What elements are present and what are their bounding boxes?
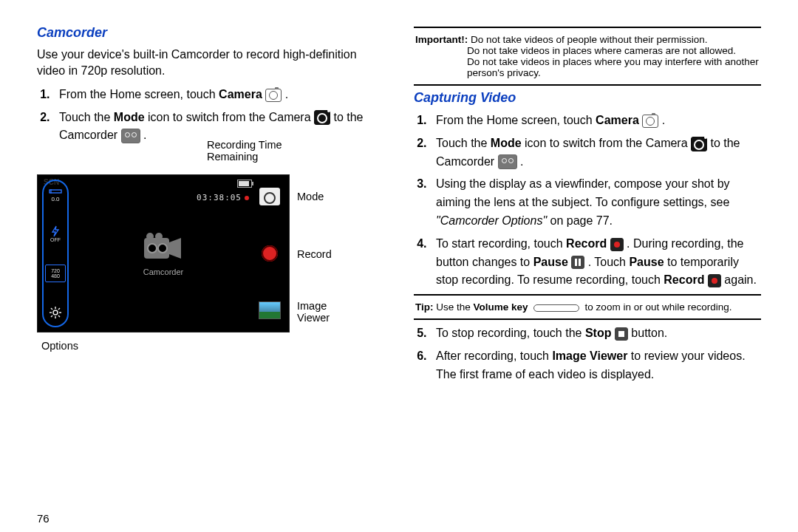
volume-key-icon [533,304,579,312]
divider [414,27,761,28]
camcorder-screenshot-wrap: Recording Time Remaining Mode Record Ima… [37,174,340,332]
intro-text: Use your device's built-in Camcorder to … [37,47,384,80]
pause-icon [571,256,584,269]
mode-button-icon [259,188,280,205]
right-step-5: To stop recording, touch the Stop button… [430,324,761,343]
tip-note: Tip: Use the Volume key to zoom in or ou… [414,300,761,314]
left-step-1: From the Home screen, touch Camera . [53,86,384,104]
right-step-4: To start recording, touch Record . Durin… [430,235,761,290]
callout-time: Recording Time Remaining [207,139,288,163]
image-viewer-thumb [259,301,281,319]
svg-point-13 [158,244,167,253]
right-step-1: From the Home screen, touch Camera . [430,112,761,130]
camcorder-center-icon [143,231,184,263]
callout-mode: Mode [297,191,324,202]
record-icon [708,274,721,287]
divider [414,318,761,320]
stop-icon [615,327,628,341]
callout-options: Options [41,340,78,352]
camcorder-icon [498,154,517,169]
right-column: Important!: Do not take videos of people… [414,22,761,389]
divider [414,84,761,86]
right-control-bar [255,180,284,327]
important-note: Important!: Do not take videos of people… [414,33,761,80]
mode-icon [314,110,330,125]
section-title-capturing: Capturing Video [414,90,761,106]
divider [414,294,761,296]
svg-point-14 [146,233,154,240]
center-label: Camcorder [143,267,183,276]
svg-point-12 [148,244,157,253]
record-button-icon [259,243,280,264]
right-step-6: After recording, touch Image Viewer to r… [430,347,761,384]
callout-viewer: Image Viewer [297,300,341,324]
record-icon [610,238,624,251]
page-number: 76 [37,512,50,525]
section-title-camcorder: Camcorder [37,25,384,41]
right-step-3: Using the display as a viewfinder, compo… [430,175,761,230]
left-column: Camcorder Use your device's built-in Cam… [37,22,384,389]
camera-icon [642,115,658,128]
callout-record: Record [297,248,332,260]
camcorder-viewfinder: SCN 0.0 OFF 720480 03:38:05 [37,174,290,332]
camera-icon [265,89,282,102]
svg-point-15 [155,233,163,240]
manual-page: Camcorder Use your device's built-in Cam… [0,0,798,532]
right-step-2: Touch the Mode icon to switch from the C… [430,134,761,171]
mode-icon [691,137,707,151]
camcorder-icon [121,129,140,143]
